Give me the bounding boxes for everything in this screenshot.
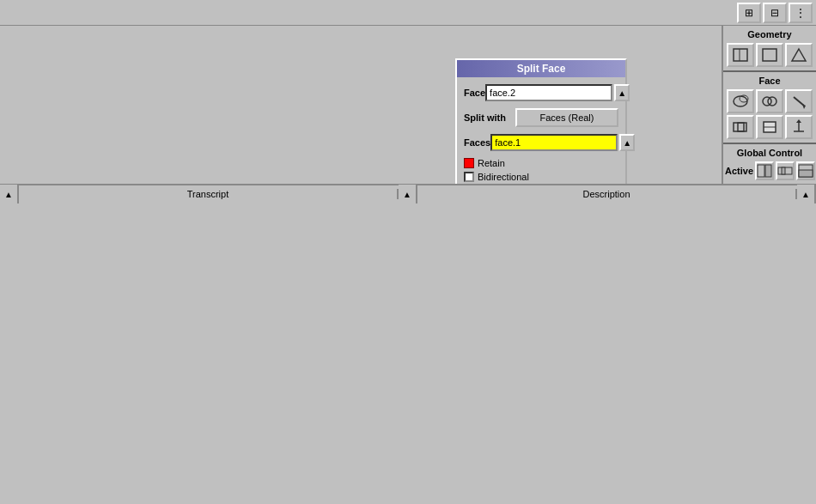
bidirectional-row: Bidirectional: [464, 172, 618, 182]
faces-input[interactable]: [490, 134, 618, 151]
faces-field: ▲: [490, 134, 635, 151]
global-control-title: Global Control: [725, 148, 814, 158]
split-with-label: Split with: [464, 112, 515, 123]
face-icon-3: [790, 94, 807, 109]
face-title: Face: [725, 76, 814, 86]
face-icon-4: [732, 119, 749, 135]
active-icon-1: [757, 164, 772, 178]
svg-rect-31: [738, 123, 746, 131]
bidirectional-label: Bidirectional: [478, 172, 529, 182]
status-icon-right[interactable]: ▲: [797, 185, 816, 203]
svg-rect-40: [782, 167, 785, 174]
status-icon-mid[interactable]: ▲: [399, 185, 417, 203]
toolbar-btn-1[interactable]: ⊞: [737, 3, 761, 23]
retain-label: Retain: [478, 158, 505, 168]
face-icon-5: [761, 119, 778, 135]
face-label: Face: [464, 88, 485, 98]
face-icon-1: [732, 94, 749, 109]
svg-rect-20: [734, 49, 747, 61]
face-section: Face: [723, 72, 816, 144]
description-section: Description: [417, 189, 797, 199]
geo-btn-1[interactable]: [727, 43, 754, 67]
svg-rect-37: [758, 165, 764, 177]
svg-rect-22: [763, 49, 776, 61]
content-area: Gy Gx Bz y x: [0, 26, 816, 184]
geometry-title: Geometry: [725, 29, 814, 39]
active-icon-3: [798, 164, 813, 178]
geo-btn-3[interactable]: [785, 43, 813, 67]
faces-row: Faces ▲: [464, 134, 618, 151]
split-with-field: Faces (Real): [515, 108, 618, 127]
face-row: Face ▲: [464, 84, 618, 101]
description-label: Description: [582, 189, 630, 199]
dialog-container: Split Face Face ▲ Split with: [455, 58, 627, 184]
active-label: Active: [725, 166, 753, 176]
transcript-label: Transcript: [187, 189, 229, 199]
face-btn-6[interactable]: [785, 115, 813, 139]
face-arrow-btn[interactable]: ▲: [614, 84, 630, 101]
faces-arrow-btn[interactable]: ▲: [619, 134, 635, 151]
dialog-titlebar: Split Face: [457, 60, 625, 77]
right-panel: Geometry: [722, 26, 816, 184]
face-btn-4[interactable]: [727, 115, 754, 139]
retain-checkbox[interactable]: [464, 158, 474, 168]
split-with-row: Split with Faces (Real): [464, 108, 618, 127]
active-icon-2: [777, 164, 793, 178]
face-btn-2[interactable]: [756, 89, 783, 113]
active-row: Active: [725, 161, 814, 180]
bidirectional-checkbox[interactable]: [464, 172, 474, 182]
geo-icon-1: [732, 47, 749, 63]
geometry-icon-grid: [725, 43, 814, 67]
viewport-wrapper: Gy Gx Bz y x: [0, 26, 722, 184]
dialog-body: Face ▲ Split with Faces (Real): [457, 77, 625, 184]
toolbar-btn-3[interactable]: ⋮: [789, 3, 813, 23]
geometry-section: Geometry: [723, 26, 816, 72]
transcript-section: Transcript: [19, 189, 399, 199]
face-btn-1[interactable]: [727, 89, 754, 113]
status-bar: ▲ Transcript ▲ Description ▲: [0, 184, 816, 203]
face-btn-3[interactable]: [785, 89, 813, 113]
status-icon-left[interactable]: ▲: [0, 185, 19, 203]
faces-label: Faces: [464, 137, 490, 148]
dialog-title: Split Face: [517, 63, 566, 75]
face-icon-2: [761, 94, 778, 109]
svg-marker-23: [792, 49, 806, 61]
checkboxes-section: Retain Bidirectional Connected: [464, 158, 618, 184]
svg-point-27: [768, 97, 776, 106]
face-icon-grid: [725, 89, 814, 139]
global-control-section: Global Control Active: [723, 144, 816, 184]
retain-row: Retain: [464, 158, 618, 168]
geo-icon-2: [761, 47, 778, 63]
face-btn-5[interactable]: [756, 115, 783, 139]
active-btn-1[interactable]: [755, 161, 774, 180]
svg-marker-36: [796, 119, 801, 123]
face-input[interactable]: [485, 84, 612, 101]
geo-btn-2[interactable]: [756, 43, 783, 67]
svg-rect-38: [765, 165, 771, 177]
svg-rect-42: [799, 170, 813, 177]
geo-icon-3: [790, 47, 807, 63]
active-btn-3[interactable]: [796, 161, 815, 180]
face-icon-6: [790, 119, 807, 135]
top-toolbar: ⊞ ⊟ ⋮: [0, 0, 816, 26]
toolbar-btn-2[interactable]: ⊟: [763, 3, 787, 23]
active-btn-2[interactable]: [776, 161, 795, 180]
face-field: ▲: [485, 84, 630, 101]
split-with-button[interactable]: Faces (Real): [515, 108, 618, 127]
svg-rect-30: [734, 123, 744, 131]
